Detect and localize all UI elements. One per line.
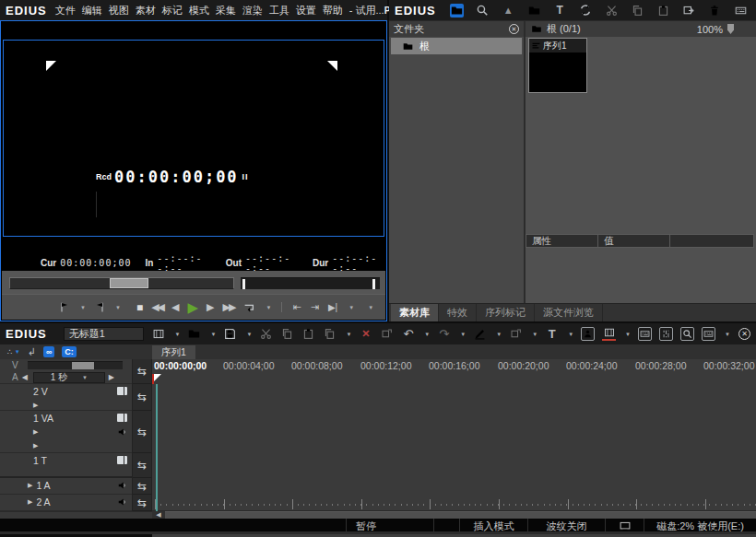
delete-clip-icon[interactable]: ✕ bbox=[359, 327, 372, 341]
trim-mode-dropdown-icon[interactable]: ▼ bbox=[532, 332, 537, 337]
add-clip-to-timeline-icon[interactable] bbox=[602, 327, 616, 341]
scroll-left-icon[interactable]: ◀ bbox=[152, 511, 165, 519]
patch-2a-icon[interactable]: ⇆ bbox=[133, 495, 151, 511]
menu-render[interactable]: 渲染 bbox=[242, 4, 263, 18]
menu-mode[interactable]: 模式 bbox=[189, 4, 209, 18]
set-out-point-button[interactable] bbox=[94, 301, 105, 313]
cut-clip-icon[interactable] bbox=[259, 327, 273, 341]
folder-panel-close-icon[interactable]: ✕ bbox=[509, 24, 519, 34]
keyboard-shortcut-icon[interactable] bbox=[638, 327, 652, 341]
video-preview[interactable]: Rcd 00:00:00;00 II bbox=[3, 40, 384, 237]
track-expand-icon[interactable]: ▶ bbox=[33, 402, 38, 409]
playhead-line[interactable] bbox=[156, 384, 158, 511]
property-column-header[interactable]: 属性 bbox=[526, 235, 598, 247]
goto-out-button[interactable]: ⇥ bbox=[311, 302, 319, 312]
cut-icon[interactable] bbox=[605, 4, 619, 18]
project-name-field[interactable]: 无标题1 bbox=[64, 327, 144, 341]
rewind-button[interactable]: ◀◀ bbox=[151, 302, 163, 312]
sequence-tab[interactable]: 序列1 bbox=[152, 345, 195, 359]
folder-tree-item-root[interactable]: 根 bbox=[391, 38, 522, 54]
new-sequence-dropdown-icon[interactable]: ▼ bbox=[175, 332, 181, 337]
search-icon[interactable] bbox=[476, 4, 490, 18]
move-up-icon[interactable]: ▲ bbox=[502, 4, 515, 18]
trim-mode-icon[interactable] bbox=[509, 327, 523, 341]
tab-source-browser[interactable]: 源文件浏览 bbox=[535, 304, 603, 321]
effects-palette-icon[interactable] bbox=[680, 327, 694, 341]
timeline-close-icon[interactable]: ✕ bbox=[738, 328, 750, 340]
view-list-icon[interactable] bbox=[734, 4, 748, 18]
previous-frame-button[interactable]: ◀ bbox=[171, 302, 179, 312]
audio-mute-icon[interactable] bbox=[117, 497, 127, 507]
track-header-1t[interactable]: 1 T bbox=[0, 453, 132, 478]
set-in-point-button[interactable] bbox=[59, 301, 70, 313]
source-patch-icon[interactable]: ⇆ bbox=[133, 359, 151, 384]
tab-sequence-marker[interactable]: 序列标记 bbox=[477, 304, 535, 321]
audio-mute-icon[interactable] bbox=[117, 481, 127, 490]
menu-help[interactable]: 帮助 bbox=[323, 4, 343, 18]
track-expand-icon[interactable]: ▶ bbox=[33, 428, 38, 436]
scale-step-right-icon[interactable]: ▶ bbox=[109, 373, 114, 381]
scrollbar-track[interactable] bbox=[165, 511, 756, 519]
transport-more-dropdown-icon[interactable]: ▼ bbox=[368, 305, 373, 310]
patch-1a-icon[interactable]: ⇆ bbox=[133, 478, 151, 495]
menu-settings[interactable]: 设置 bbox=[296, 4, 316, 18]
edit-mode-dropdown-icon[interactable]: ▼ bbox=[496, 332, 502, 337]
bin-clip-area[interactable]: 序列1 属性 值 bbox=[526, 37, 756, 303]
video-mute-icon[interactable] bbox=[117, 414, 127, 422]
stop-button[interactable]: ■ bbox=[136, 302, 143, 313]
track-expand-icon[interactable]: ▶ bbox=[28, 482, 32, 489]
menu-capture[interactable]: 采集 bbox=[216, 4, 236, 18]
thumbnail-zoom-slider[interactable] bbox=[727, 24, 734, 34]
c-mode-icon[interactable]: C: bbox=[62, 346, 77, 357]
tab-effects[interactable]: 特效 bbox=[439, 304, 477, 321]
paste-icon[interactable] bbox=[656, 4, 670, 18]
export-icon[interactable] bbox=[702, 327, 715, 341]
add-title-icon[interactable]: T bbox=[553, 4, 567, 18]
track-header-1va[interactable]: 1 VA ▶ ▶ bbox=[0, 411, 132, 453]
create-title-icon[interactable]: T bbox=[545, 327, 559, 341]
playhead-flag-icon[interactable] bbox=[154, 374, 161, 381]
edit-mode-pen-icon[interactable] bbox=[473, 327, 487, 341]
extend-mode-icon[interactable]: ↲ bbox=[28, 346, 36, 358]
undo-dropdown-icon[interactable]: ▼ bbox=[424, 332, 430, 337]
video-mute-icon[interactable] bbox=[117, 387, 127, 395]
position-marker-start[interactable] bbox=[242, 279, 245, 289]
refresh-icon[interactable] bbox=[579, 4, 593, 18]
position-bar[interactable] bbox=[241, 277, 380, 289]
menu-tools[interactable]: 工具 bbox=[269, 4, 289, 18]
new-sequence-icon[interactable] bbox=[152, 327, 166, 341]
play-around-dropdown-icon[interactable]: ▼ bbox=[348, 305, 354, 310]
add-to-timeline-icon[interactable] bbox=[682, 4, 696, 18]
ripple-mode-icon[interactable]: ∴▼ bbox=[7, 347, 20, 356]
timeline-zoom-slider[interactable] bbox=[28, 361, 123, 369]
timeline-ruler[interactable]: 00:00:00;00 00:00:04;00 00:00:08;00 00:0… bbox=[152, 359, 756, 511]
sync-link-mode-icon[interactable]: ∞ bbox=[43, 346, 54, 357]
create-title-dropdown-icon[interactable]: ▼ bbox=[568, 332, 573, 337]
copy-clip-icon[interactable] bbox=[280, 327, 294, 341]
replace-clip-icon[interactable] bbox=[323, 327, 337, 341]
ripple-delete-icon[interactable] bbox=[380, 327, 394, 341]
loop-button[interactable] bbox=[242, 301, 255, 314]
redo-dropdown-icon[interactable]: ▼ bbox=[460, 332, 466, 337]
timeline-zoom-handle[interactable] bbox=[72, 362, 94, 369]
track-header-1a[interactable]: ▶1 A bbox=[0, 478, 132, 495]
position-marker-end[interactable] bbox=[372, 279, 375, 289]
export-dropdown-icon[interactable]: ▼ bbox=[725, 332, 730, 337]
shuttle-handle[interactable] bbox=[110, 278, 148, 288]
fast-forward-button[interactable]: ▶▶ bbox=[223, 302, 235, 312]
scale-step-left-icon[interactable]: ◀ bbox=[22, 373, 28, 381]
audio-mute-icon[interactable] bbox=[117, 427, 127, 437]
replace-dropdown-icon[interactable]: ▼ bbox=[346, 332, 351, 337]
tab-bin[interactable]: 素材库 bbox=[391, 304, 439, 321]
delete-icon[interactable] bbox=[708, 4, 722, 18]
menu-clip[interactable]: 素材 bbox=[136, 4, 156, 18]
new-folder-icon[interactable] bbox=[450, 4, 464, 18]
timeline-scale-select[interactable]: 1 秒 ▼ bbox=[33, 372, 105, 383]
open-folder-icon[interactable] bbox=[527, 4, 541, 18]
copy-icon[interactable] bbox=[631, 4, 644, 18]
voice-over-icon[interactable] bbox=[581, 327, 595, 341]
menu-view[interactable]: 视图 bbox=[109, 4, 129, 18]
open-project-dropdown-icon[interactable]: ▼ bbox=[210, 332, 216, 337]
track-header-2v[interactable]: 2 V ▶ bbox=[0, 384, 132, 411]
track-expand-icon[interactable]: ▶ bbox=[28, 498, 32, 506]
